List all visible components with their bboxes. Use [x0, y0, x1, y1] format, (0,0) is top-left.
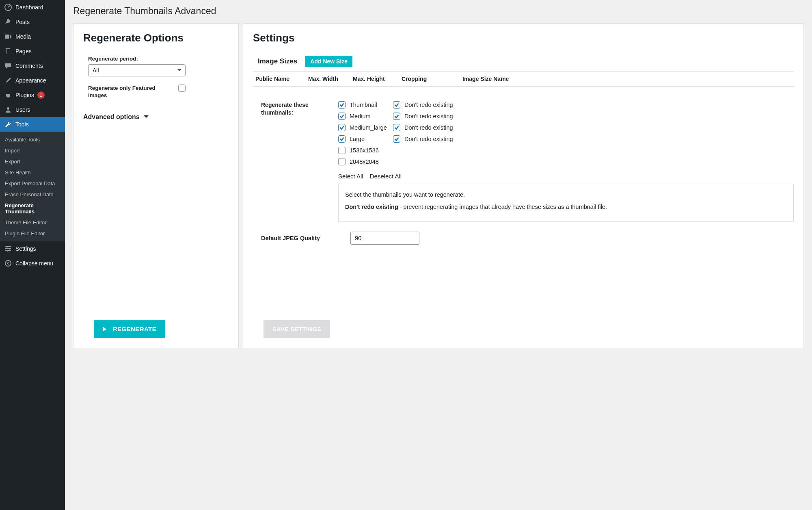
redo-label: Don't redo existing	[404, 102, 453, 108]
col-public-name: Public Name	[255, 76, 308, 82]
advanced-options-toggle[interactable]: Advanced options	[83, 113, 229, 121]
period-select[interactable]: All	[88, 64, 186, 76]
svg-point-7	[7, 250, 9, 252]
sidebar-item-comments[interactable]: Comments	[0, 59, 65, 73]
user-icon	[4, 106, 12, 114]
medium-redo-checkbox[interactable]	[393, 113, 400, 120]
page-title: Regenerate Thumbnails Advanced	[73, 6, 804, 17]
page-icon	[4, 47, 12, 55]
thumb-row-thumbnail: Thumbnail Don't redo existing	[338, 101, 794, 109]
panel-heading: Regenerate Options	[83, 32, 229, 44]
pin-icon	[4, 18, 12, 26]
advanced-label: Advanced options	[83, 113, 140, 121]
period-label: Regenerate period:	[88, 56, 229, 62]
col-size-name: Image Size Name	[462, 76, 791, 82]
help-text-2: Don't redo existing - prevent regenerati…	[345, 203, 787, 212]
sliders-icon	[4, 245, 12, 253]
chevron-down-icon	[144, 115, 149, 120]
medium-checkbox[interactable]	[338, 113, 346, 120]
plug-icon	[4, 91, 12, 99]
sidebar-item-users[interactable]: Users	[0, 102, 65, 117]
thumb-row-medium: Medium Don't redo existing	[338, 113, 794, 120]
sidebar-label: Posts	[15, 19, 30, 25]
svg-rect-3	[6, 49, 10, 54]
submenu-regenerate-thumbnails[interactable]: Regenerate Thumbnails	[0, 200, 65, 217]
media-icon	[4, 33, 12, 41]
sidebar-item-pages[interactable]: Pages	[0, 44, 65, 59]
collapse-icon	[4, 259, 12, 267]
comment-icon	[4, 62, 12, 70]
size-1536-checkbox[interactable]	[338, 147, 346, 154]
sidebar-item-media[interactable]: Media	[0, 29, 65, 44]
select-all-link[interactable]: Select All	[338, 173, 363, 180]
medium-large-redo-checkbox[interactable]	[393, 124, 400, 131]
submenu-available-tools[interactable]: Available Tools	[0, 134, 65, 145]
submenu-plugin-editor[interactable]: Plugin File Editor	[0, 228, 65, 239]
col-cropping: Cropping	[402, 76, 462, 82]
col-max-width: Max. Width	[308, 76, 353, 82]
play-icon	[103, 327, 109, 332]
sidebar-label: Users	[15, 106, 30, 113]
regenerate-button[interactable]: REGENERATE	[94, 320, 165, 338]
admin-sidebar: Dashboard Posts Media Pages Comments App…	[0, 0, 65, 510]
regenerate-options-panel: Regenerate Options Regenerate period: Al…	[73, 23, 239, 348]
wrench-icon	[4, 120, 12, 128]
sidebar-label: Pages	[15, 48, 32, 54]
thumb-name: Thumbnail	[350, 102, 377, 108]
featured-label: Regenerate only Featured Images	[88, 85, 170, 99]
panel-heading: Settings	[253, 32, 794, 44]
thumb-name: Medium	[350, 113, 371, 119]
redo-label: Don't redo existing	[404, 136, 453, 142]
submenu-theme-editor[interactable]: Theme File Editor	[0, 217, 65, 228]
sidebar-item-tools[interactable]: Tools	[0, 117, 65, 132]
featured-checkbox[interactable]	[178, 85, 186, 92]
sidebar-label: Dashboard	[15, 4, 43, 11]
size-2048-checkbox[interactable]	[338, 158, 346, 165]
jpeg-quality-label: Default JPEG Quality	[261, 235, 334, 241]
image-sizes-table: Public Name Max. Width Max. Height Cropp…	[253, 71, 794, 87]
sidebar-item-dashboard[interactable]: Dashboard	[0, 0, 65, 15]
jpeg-quality-input[interactable]	[350, 232, 419, 245]
sidebar-label: Collapse menu	[15, 260, 53, 267]
thumb-name: 1536x1536	[350, 147, 379, 154]
redo-label: Don't redo existing	[404, 113, 453, 119]
regenerate-button-label: REGENERATE	[113, 326, 156, 332]
thumb-row-1536: 1536x1536	[338, 147, 794, 154]
submenu-import[interactable]: Import	[0, 145, 65, 156]
settings-panel: Settings Image Sizes Add New Size Public…	[243, 23, 804, 348]
submenu-export-personal[interactable]: Export Personal Data	[0, 178, 65, 189]
submenu-erase-personal[interactable]: Erase Personal Data	[0, 189, 65, 200]
brush-icon	[4, 76, 12, 85]
svg-rect-1	[5, 35, 9, 39]
add-new-size-button[interactable]: Add New Size	[305, 56, 352, 67]
svg-point-8	[5, 260, 11, 266]
table-header: Public Name Max. Width Max. Height Cropp…	[253, 72, 794, 86]
thumb-row-2048: 2048x2048	[338, 158, 794, 165]
sidebar-label: Tools	[15, 121, 29, 128]
image-sizes-title: Image Sizes	[258, 57, 297, 65]
large-checkbox[interactable]	[338, 135, 346, 143]
submenu-site-health[interactable]: Site Health	[0, 167, 65, 178]
thumb-row-medium-large: Medium_large Don't redo existing	[338, 124, 794, 131]
medium-large-checkbox[interactable]	[338, 124, 346, 131]
sidebar-item-collapse[interactable]: Collapse menu	[0, 256, 65, 271]
sidebar-item-settings[interactable]: Settings	[0, 241, 65, 256]
sidebar-label: Settings	[15, 245, 36, 252]
tools-submenu: Available Tools Import Export Site Healt…	[0, 132, 65, 241]
sidebar-item-posts[interactable]: Posts	[0, 15, 65, 29]
svg-point-6	[9, 248, 10, 250]
submenu-export[interactable]: Export	[0, 156, 65, 167]
svg-point-4	[7, 107, 9, 110]
sidebar-item-plugins[interactable]: Plugins 1	[0, 88, 65, 102]
save-settings-button[interactable]: SAVE SETTINGS	[263, 320, 330, 338]
sidebar-item-appearance[interactable]: Appearance	[0, 73, 65, 88]
sidebar-label: Appearance	[15, 77, 46, 84]
redo-label: Don't redo existing	[404, 124, 453, 131]
sidebar-label: Comments	[15, 63, 43, 69]
thumbnail-checkbox[interactable]	[338, 101, 346, 109]
large-redo-checkbox[interactable]	[393, 135, 400, 143]
thumbnail-redo-checkbox[interactable]	[393, 101, 400, 109]
help-text-1: Select the thumbnails you want to regene…	[345, 191, 787, 200]
deselect-all-link[interactable]: Deselect All	[370, 173, 402, 180]
col-max-height: Max. Height	[353, 76, 402, 82]
